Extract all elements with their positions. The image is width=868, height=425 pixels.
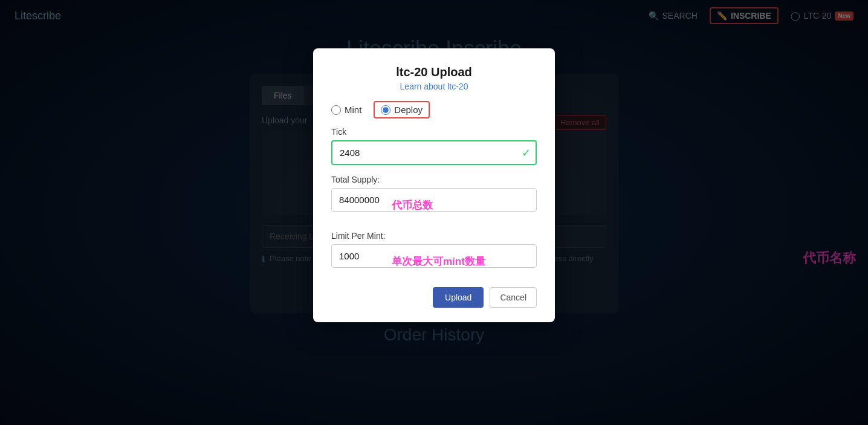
deploy-option[interactable]: Deploy — [381, 105, 423, 115]
limit-per-mint-row: 单次最大可mint数量 — [331, 244, 537, 277]
modal-title: ltc-20 Upload — [331, 65, 537, 79]
mint-label: Mint — [345, 105, 361, 115]
tick-input-row: ✓ — [331, 140, 537, 165]
total-supply-row: 代币总数 — [331, 188, 537, 221]
radio-row: Mint Deploy — [331, 101, 537, 118]
modal-overlay: ltc-20 Upload Learn about ltc-20 Mint De… — [0, 0, 868, 425]
tick-label: Tick — [331, 127, 537, 137]
mint-option[interactable]: Mint — [331, 105, 361, 115]
upload-modal-button[interactable]: Upload — [433, 287, 484, 308]
modal-buttons: Upload Cancel — [331, 287, 537, 308]
deploy-radio[interactable] — [381, 105, 390, 115]
limit-per-mint-label: Limit Per Mint: — [331, 231, 537, 241]
deploy-box: Deploy — [374, 101, 430, 118]
mint-radio[interactable] — [331, 105, 341, 115]
tick-checkmark-icon: ✓ — [522, 146, 531, 160]
tick-input[interactable] — [331, 140, 537, 165]
limit-per-mint-input[interactable] — [331, 244, 537, 268]
modal-learn-link[interactable]: Learn about ltc-20 — [331, 82, 537, 91]
ltc20-upload-modal: ltc-20 Upload Learn about ltc-20 Mint De… — [313, 48, 555, 322]
deploy-label: Deploy — [394, 105, 423, 115]
total-supply-label: Total Supply: — [331, 175, 537, 184]
cancel-modal-button[interactable]: Cancel — [490, 287, 537, 308]
total-supply-input[interactable] — [331, 188, 537, 212]
